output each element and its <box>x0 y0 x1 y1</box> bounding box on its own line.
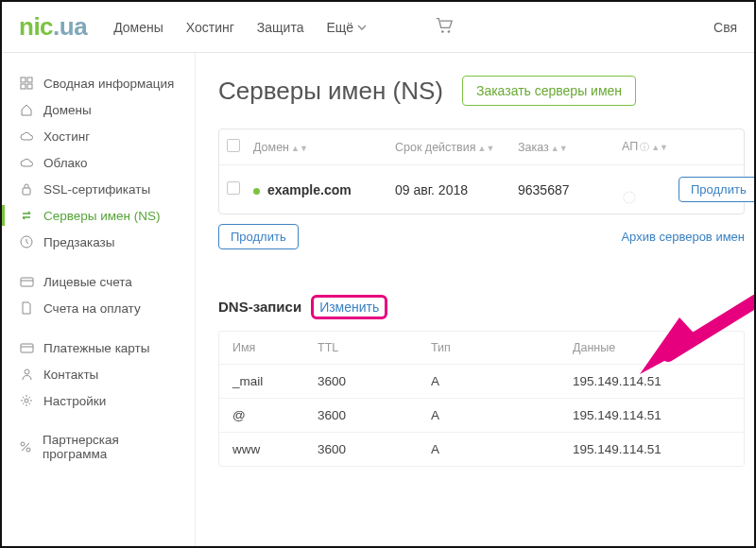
dns-col-data: Данные <box>573 341 730 354</box>
home-icon <box>19 102 34 117</box>
sidebar-item-domains[interactable]: Домены <box>2 96 195 123</box>
svg-rect-2 <box>21 77 26 82</box>
dns-name: _mail <box>232 374 318 388</box>
sidebar-item-partners[interactable]: Партнерская программа <box>2 427 195 467</box>
sidebar-item-label: Хостинг <box>43 129 90 144</box>
sidebar: Сводная информация Домены Хостинг Облако… <box>2 53 196 546</box>
edit-highlight: Изменить <box>311 295 387 319</box>
card-icon <box>19 274 34 289</box>
dns-ttl: 3600 <box>318 374 431 388</box>
top-nav: Домены Хостинг Защита Ещё <box>113 17 454 37</box>
logo-nic: nic <box>19 12 53 41</box>
order-value: 9635687 <box>518 182 622 197</box>
nav-more-label: Ещё <box>326 20 353 35</box>
sidebar-item-ns[interactable]: Серверы имен (NS) <box>2 202 195 229</box>
dns-data: 195.149.114.51 <box>573 374 730 388</box>
cloud-icon <box>19 155 34 170</box>
top-right-partial: Свя <box>713 20 737 35</box>
sidebar-item-summary[interactable]: Сводная информация <box>2 70 195 96</box>
dns-name: @ <box>232 408 318 422</box>
sidebar-item-label: Счета на оплату <box>43 301 141 316</box>
dns-table: Имя TTL Тип Данные _mail 3600 A 195.149.… <box>218 331 745 467</box>
domains-panel: Домен▲▼ Срок действия▲▼ Заказ▲▼ АПⓘ▲▼ ex… <box>218 128 745 214</box>
svg-point-13 <box>25 399 28 402</box>
col-expires[interactable]: Срок действия▲▼ <box>395 141 518 154</box>
nav-domains[interactable]: Домены <box>113 20 163 35</box>
card-icon <box>19 340 34 355</box>
svg-point-14 <box>21 442 25 446</box>
dns-record-row: _mail 3600 A 195.149.114.51 <box>219 365 744 399</box>
status-dot-icon <box>253 188 260 195</box>
nav-hosting[interactable]: Хостинг <box>186 20 234 35</box>
logo-ua: .ua <box>53 12 87 41</box>
user-icon <box>19 367 34 382</box>
svg-point-1 <box>448 30 451 33</box>
nav-protect[interactable]: Защита <box>257 20 304 35</box>
sidebar-item-accounts[interactable]: Лицевые счета <box>2 268 195 295</box>
svg-line-16 <box>22 443 29 451</box>
dns-col-ttl: TTL <box>318 341 431 354</box>
sidebar-item-ssl[interactable]: SSL-сертификаты <box>2 176 195 202</box>
sidebar-item-settings[interactable]: Настройки <box>2 387 195 414</box>
dns-col-name: Имя <box>232 341 318 354</box>
dns-type: A <box>431 374 573 388</box>
sidebar-item-label: Лицевые счета <box>43 275 132 289</box>
page-title: Серверы имен (NS) <box>218 77 443 106</box>
gear-icon <box>19 393 34 408</box>
sidebar-item-cards[interactable]: Платежные карты <box>2 334 195 361</box>
svg-rect-4 <box>21 84 26 89</box>
dns-type: A <box>431 408 573 422</box>
dns-record-row: @ 3600 A 195.149.114.51 <box>219 399 744 433</box>
site-logo[interactable]: nic.ua <box>19 12 87 42</box>
sidebar-item-label: Настройки <box>43 394 106 408</box>
order-ns-button[interactable]: Заказать серверы имен <box>462 76 636 106</box>
lock-icon <box>19 181 34 197</box>
sidebar-item-label: SSL-сертификаты <box>43 182 150 197</box>
sidebar-item-label: Сводная информация <box>43 77 174 91</box>
sort-icon: ▲▼ <box>651 143 668 152</box>
sidebar-item-contacts[interactable]: Контакты <box>2 361 195 387</box>
sidebar-item-label: Партнерская программа <box>43 433 178 461</box>
dns-section-title: DNS-записи <box>218 299 301 315</box>
info-icon[interactable]: ⓘ <box>640 142 649 152</box>
sidebar-item-label: Контакты <box>43 368 98 382</box>
select-all-checkbox[interactable] <box>227 139 240 152</box>
bulk-renew-button[interactable]: Продлить <box>218 224 299 249</box>
svg-rect-10 <box>21 344 33 352</box>
dns-data: 195.149.114.51 <box>573 408 730 422</box>
percent-icon <box>19 439 33 454</box>
renew-button[interactable]: Продлить <box>679 177 754 202</box>
cloud-icon <box>19 128 34 144</box>
sidebar-item-label: Серверы имен (NS) <box>43 209 161 223</box>
svg-point-0 <box>441 30 444 33</box>
dns-edit-button[interactable]: Изменить <box>319 300 379 315</box>
row-checkbox[interactable] <box>227 181 240 195</box>
sidebar-item-label: Облако <box>43 156 88 170</box>
sidebar-item-preorders[interactable]: Предзаказы <box>2 229 195 255</box>
sidebar-item-label: Домены <box>43 103 92 117</box>
expires-value: 09 авг. 2018 <box>395 182 518 197</box>
table-row: example.com 09 авг. 2018 9635687 Продлит… <box>219 165 744 214</box>
dns-name: www <box>232 442 318 456</box>
col-ap: АПⓘ▲▼ <box>622 140 679 154</box>
dns-record-row: www 3600 A 195.149.114.51 <box>219 433 744 466</box>
nav-more[interactable]: Ещё <box>326 20 367 35</box>
domain-name[interactable]: example.com <box>267 182 352 197</box>
archive-link[interactable]: Архив серверов имен <box>621 230 745 244</box>
svg-rect-6 <box>23 188 30 195</box>
grid-icon <box>19 76 34 91</box>
sidebar-item-cloud[interactable]: Облако <box>2 149 195 176</box>
dns-ttl: 3600 <box>318 408 431 422</box>
dns-type: A <box>431 442 573 456</box>
sort-icon: ▲▼ <box>477 144 494 153</box>
col-order[interactable]: Заказ▲▼ <box>518 141 622 154</box>
sidebar-item-hosting[interactable]: Хостинг <box>2 123 195 149</box>
main-content: Серверы имен (NS) Заказать серверы имен … <box>196 53 754 546</box>
svg-rect-5 <box>27 84 32 89</box>
doc-icon <box>19 300 34 316</box>
sidebar-item-invoices[interactable]: Счета на оплату <box>2 295 195 321</box>
cart-icon[interactable] <box>435 17 454 37</box>
col-domain[interactable]: Домен▲▼ <box>253 141 395 154</box>
svg-point-15 <box>26 448 30 452</box>
sidebar-item-label: Предзаказы <box>43 235 114 249</box>
